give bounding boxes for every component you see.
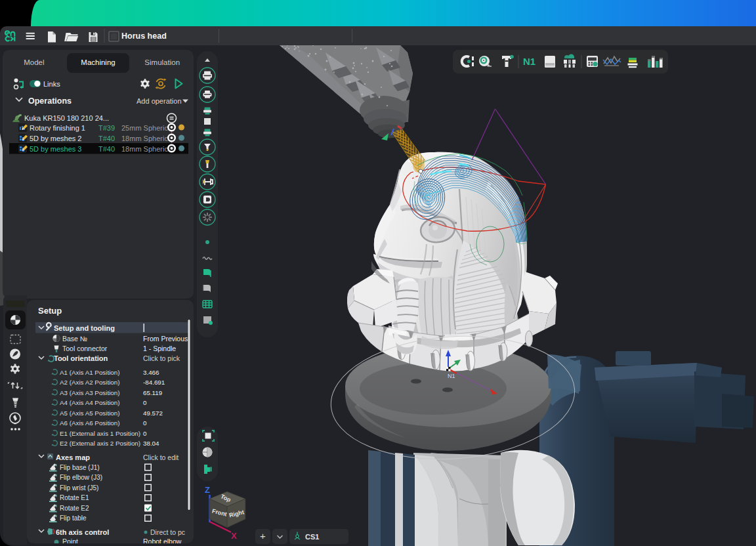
svg-text:E2 (External axis 2 Position): E2 (External axis 2 Position) [60,440,140,447]
svg-text:Rotate E1: Rotate E1 [60,494,89,501]
svg-text:Click to pick: Click to pick [143,354,180,362]
svg-text:X: X [231,531,237,541]
svg-text:1 - Spindle: 1 - Spindle [143,345,176,352]
svg-text:N1: N1 [448,373,455,379]
svg-text:A5 (Axis A5 Position): A5 (Axis A5 Position) [60,410,119,417]
svg-text:A1 (Axis A1 Position): A1 (Axis A1 Position) [60,369,119,376]
svg-text:Robot elbow: Robot elbow [143,537,182,543]
svg-text:-84.691: -84.691 [143,379,165,386]
svg-text:T#39: T#39 [98,124,115,132]
svg-text:Flip elbow (J3): Flip elbow (J3) [60,474,102,481]
svg-text:T#40: T#40 [98,145,115,153]
svg-text:49.572: 49.572 [143,410,163,417]
svg-text:38.04: 38.04 [143,440,159,447]
svg-text:Flip base (J1): Flip base (J1) [60,464,100,471]
svg-text:N1: N1 [523,56,536,67]
svg-text:Point: Point [62,537,78,543]
svg-text:5D by meshes 2: 5D by meshes 2 [30,135,81,142]
svg-text:25mm Spherica: 25mm Spherica [121,124,173,132]
svg-text:Base №: Base № [62,335,87,343]
svg-text:18mm Spherica: 18mm Spherica [121,145,173,153]
svg-text:Rotate E2: Rotate E2 [60,505,89,512]
svg-text:Setup and tooling: Setup and tooling [54,324,115,332]
svg-text:0: 0 [143,399,147,406]
svg-text:18mm Spherica: 18mm Spherica [121,135,173,142]
svg-text:0: 0 [143,419,147,427]
svg-text:Tool connector: Tool connector [62,345,108,352]
svg-text:Direct to pc: Direct to pc [150,528,185,536]
svg-text:A4 (Axis A4 Position): A4 (Axis A4 Position) [60,399,119,406]
svg-text:Click to edit: Click to edit [143,453,178,461]
svg-text:T#40: T#40 [98,135,115,142]
svg-text:From Previous: From Previous [143,335,188,343]
svg-text:3.466: 3.466 [143,369,159,376]
svg-text:Rotary finishing 1: Rotary finishing 1 [30,124,85,132]
svg-text:Horus head: Horus head [121,32,167,41]
svg-text:Flip table: Flip table [60,514,87,522]
svg-text:Setup: Setup [38,306,62,316]
svg-text:A3 (Axis A3 Position): A3 (Axis A3 Position) [60,389,119,396]
svg-text:Links: Links [43,80,60,88]
svg-text:Z: Z [205,485,210,495]
svg-text:5D by meshes 3: 5D by meshes 3 [30,145,81,153]
svg-text:CS1: CS1 [305,533,319,541]
svg-text:Axes map: Axes map [56,453,90,461]
svg-text:0: 0 [143,430,147,437]
svg-text:Flip wrist (J5): Flip wrist (J5) [60,484,98,492]
svg-text:Add operation: Add operation [136,97,182,105]
svg-text:Operations: Operations [28,96,72,106]
svg-text:Kuka KR150 180 210 24...: Kuka KR150 180 210 24... [24,114,109,122]
svg-text:A6 (Axis A6 Position): A6 (Axis A6 Position) [60,419,119,427]
svg-text:6th axis control: 6th axis control [56,528,109,536]
svg-text:A2 (Axis A2 Position): A2 (Axis A2 Position) [60,379,119,386]
svg-text:E1 (External axis 1 Position): E1 (External axis 1 Position) [60,430,140,437]
svg-text:65.119: 65.119 [143,389,162,396]
svg-text:Tool orientation: Tool orientation [54,354,108,362]
